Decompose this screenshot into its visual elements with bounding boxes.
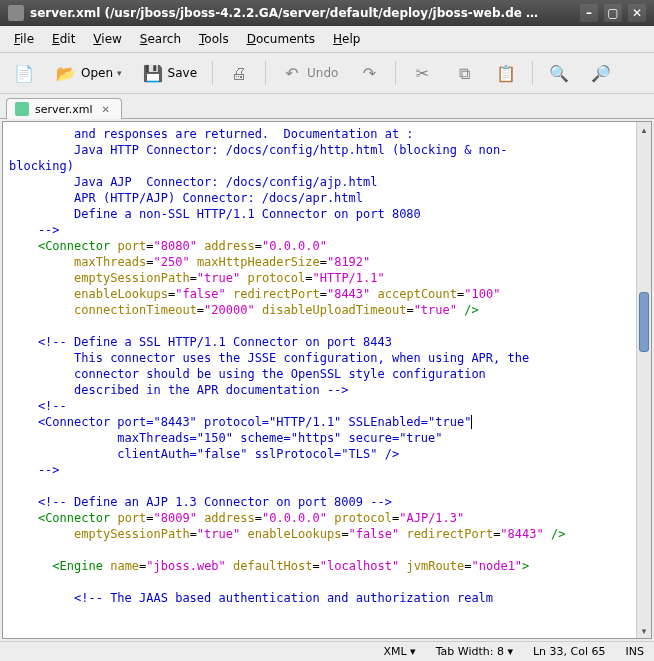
status-bar: XML ▾ Tab Width: 8 ▾ Ln 33, Col 65 INS (0, 641, 654, 661)
status-tab-width[interactable]: Tab Width: 8 ▾ (436, 645, 513, 658)
scroll-down-icon[interactable]: ▾ (637, 623, 651, 638)
status-language[interactable]: XML ▾ (383, 645, 415, 658)
tab-label: server.xml (35, 103, 93, 116)
menu-view[interactable]: View (85, 29, 129, 49)
undo-label: Undo (307, 66, 338, 80)
status-insert-mode[interactable]: INS (626, 645, 644, 658)
separator (265, 61, 266, 85)
save-label: Save (168, 66, 197, 80)
menu-search[interactable]: Search (132, 29, 189, 49)
print-icon: 🖨 (228, 62, 250, 84)
file-icon (15, 102, 29, 116)
find-icon: 🔍 (548, 62, 570, 84)
menu-documents[interactable]: Documents (239, 29, 323, 49)
menu-edit[interactable]: Edit (44, 29, 83, 49)
save-icon: 💾 (142, 62, 164, 84)
paste-button[interactable]: 📋 (488, 57, 524, 89)
open-folder-icon: 📂 (55, 62, 77, 84)
scroll-thumb[interactable] (639, 292, 649, 352)
code-editor[interactable]: and responses are returned. Documentatio… (3, 122, 636, 638)
paste-icon: 📋 (495, 62, 517, 84)
editor-area: and responses are returned. Documentatio… (2, 121, 652, 639)
print-button[interactable]: 🖨 (221, 57, 257, 89)
replace-button[interactable]: 🔎 (583, 57, 619, 89)
vertical-scrollbar[interactable]: ▴ ▾ (636, 122, 651, 638)
new-button[interactable]: 📄 (6, 57, 42, 89)
close-button[interactable]: ✕ (628, 4, 646, 22)
cut-button[interactable]: ✂ (404, 57, 440, 89)
title-bar: server.xml (/usr/jboss/jboss-4.2.2.GA/se… (0, 0, 654, 26)
separator (212, 61, 213, 85)
menu-tools[interactable]: Tools (191, 29, 237, 49)
menu-help[interactable]: Help (325, 29, 368, 49)
cut-icon: ✂ (411, 62, 433, 84)
new-file-icon: 📄 (13, 62, 35, 84)
app-icon (8, 5, 24, 21)
menu-bar: File Edit View Search Tools Documents He… (0, 26, 654, 53)
scroll-up-icon[interactable]: ▴ (637, 122, 651, 137)
separator (532, 61, 533, 85)
tab-close-icon[interactable]: ✕ (99, 102, 113, 116)
replace-icon: 🔎 (590, 62, 612, 84)
tab-bar: server.xml ✕ (0, 94, 654, 119)
menu-file[interactable]: File (6, 29, 42, 49)
undo-button[interactable]: ↶Undo (274, 57, 345, 89)
undo-icon: ↶ (281, 62, 303, 84)
redo-button[interactable]: ↷ (351, 57, 387, 89)
tab-server-xml[interactable]: server.xml ✕ (6, 98, 122, 119)
save-button[interactable]: 💾Save (135, 57, 204, 89)
open-button[interactable]: 📂Open ▾ (48, 57, 129, 89)
copy-button[interactable]: ⧉ (446, 57, 482, 89)
maximize-button[interactable]: ▢ (604, 4, 622, 22)
copy-icon: ⧉ (453, 62, 475, 84)
separator (395, 61, 396, 85)
window-title: server.xml (/usr/jboss/jboss-4.2.2.GA/se… (30, 6, 574, 20)
toolbar: 📄 📂Open ▾ 💾Save 🖨 ↶Undo ↷ ✂ ⧉ 📋 🔍 🔎 (0, 53, 654, 94)
find-button[interactable]: 🔍 (541, 57, 577, 89)
open-label: Open (81, 66, 113, 80)
minimize-button[interactable]: – (580, 4, 598, 22)
status-cursor-position: Ln 33, Col 65 (533, 645, 606, 658)
chevron-down-icon[interactable]: ▾ (117, 68, 122, 78)
redo-icon: ↷ (358, 62, 380, 84)
